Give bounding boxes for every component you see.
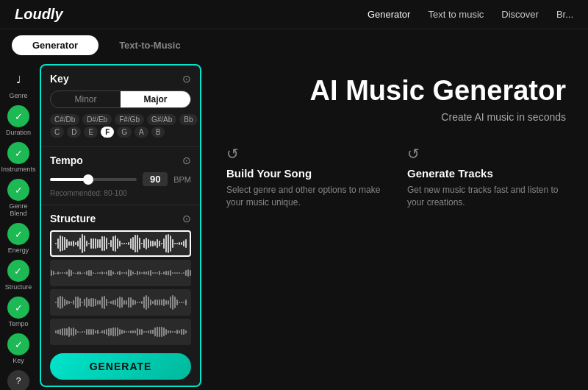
waveform-2: [50, 260, 191, 286]
structure-header: Structure ⊙: [50, 213, 191, 224]
nav-text-to-music[interactable]: Text to music: [428, 9, 484, 20]
key-major-btn[interactable]: Major: [121, 91, 190, 107]
sidebar-item-instruments[interactable]: ✓ Instruments: [1, 142, 35, 173]
sidebar-item-energy[interactable]: ✓ Energy: [7, 223, 29, 254]
key-check-icon: ✓: [7, 333, 29, 355]
key-note-f[interactable]: F: [101, 127, 114, 138]
energy-check-icon: ✓: [7, 223, 29, 245]
key-note-fsharp[interactable]: F#/Gb: [115, 114, 144, 125]
sidebar-item-genre-blend[interactable]: ✓ Genre Blend: [0, 179, 37, 217]
tempo-thumb[interactable]: [83, 174, 93, 185]
tab-generator[interactable]: Generator: [12, 35, 98, 55]
step-build: ↺ Build Your Song Select genre and other…: [226, 145, 385, 209]
step-build-icon: ↺: [226, 145, 385, 163]
key-note-a[interactable]: A: [135, 127, 148, 138]
structure-title: Structure: [50, 213, 96, 224]
nav-br[interactable]: Br...: [556, 9, 573, 20]
tempo-check-icon: ✓: [7, 297, 29, 319]
hero-subtitle: Create AI music in seconds: [226, 111, 566, 123]
sidebar-bottom: ?: [7, 370, 29, 390]
steps: ↺ Build Your Song Select genre and other…: [226, 145, 566, 209]
structure-pattern-4[interactable]: [50, 319, 191, 345]
sidebar: ♩ Genre ✓ Duration ✓ Instruments ✓ Genre…: [0, 61, 37, 390]
sidebar-label-genre: Genre: [9, 92, 27, 99]
key-note-e[interactable]: E: [84, 127, 98, 138]
step-generate: ↺ Generate Tracks Get new music tracks f…: [407, 145, 566, 209]
sidebar-label-tempo: Tempo: [8, 320, 28, 327]
key-note-c[interactable]: C: [50, 127, 64, 138]
structure-pattern-1[interactable]: [50, 230, 191, 257]
right-content: AI Music Generator Create AI music in se…: [204, 61, 588, 390]
key-note-b[interactable]: B: [151, 127, 165, 138]
step-generate-desc: Get new music tracks fast and listen to …: [407, 184, 566, 209]
step-build-desc: Select genre and other options to make y…: [226, 184, 385, 209]
sidebar-label-genre-blend: Genre Blend: [0, 202, 37, 217]
sidebar-label-energy: Energy: [8, 247, 29, 254]
key-info-icon[interactable]: ⊙: [182, 73, 191, 85]
tempo-value: 90: [143, 172, 168, 186]
sidebar-item-genre[interactable]: ♩ Genre: [7, 68, 29, 99]
step-generate-title: Generate Tracks: [407, 167, 566, 180]
generate-button[interactable]: GENERATE: [50, 353, 191, 380]
sidebar-label-key: Key: [12, 357, 24, 364]
step-generate-icon: ↺: [407, 145, 566, 163]
key-header: Key ⊙: [50, 73, 191, 85]
tempo-header: Tempo ⊙: [50, 155, 191, 166]
sidebar-label-structure: Structure: [5, 283, 32, 291]
nav-discover[interactable]: Discover: [501, 9, 539, 20]
key-section: Key ⊙ Minor Major C#/Db D#/Eb F#/Gb G#/A…: [41, 65, 200, 147]
main: ♩ Genre ✓ Duration ✓ Instruments ✓ Genre…: [0, 61, 588, 390]
tempo-info-icon[interactable]: ⊙: [182, 155, 191, 166]
waveform-1: [51, 232, 191, 255]
tempo-hint: Recommended: 80-100: [50, 189, 191, 197]
key-note-csharp[interactable]: C#/Db: [50, 114, 79, 125]
sidebar-item-duration[interactable]: ✓ Duration: [6, 105, 31, 136]
duration-check-icon: ✓: [7, 105, 29, 127]
key-notes-natural: C D E F G A B: [50, 127, 191, 138]
tempo-title: Tempo: [50, 155, 83, 166]
structure-check-icon: ✓: [7, 260, 29, 282]
tempo-unit: BPM: [173, 175, 191, 184]
key-note-g[interactable]: G: [117, 127, 132, 138]
structure-info-icon[interactable]: ⊙: [182, 213, 191, 224]
generate-btn-container: GENERATE: [41, 347, 200, 386]
sidebar-item-structure[interactable]: ✓ Structure: [5, 260, 32, 291]
key-minor-btn[interactable]: Minor: [51, 91, 121, 107]
key-title: Key: [50, 73, 69, 85]
help-icon[interactable]: ?: [7, 370, 29, 390]
genre-icon: ♩: [7, 68, 29, 91]
key-note-bb[interactable]: Bb: [179, 114, 197, 125]
genre-blend-check-icon: ✓: [7, 179, 29, 201]
waveform-4: [51, 319, 191, 345]
step-build-title: Build Your Song: [226, 167, 385, 180]
tab-text-to-music[interactable]: Text-to-Music: [98, 35, 201, 55]
key-note-gsharp[interactable]: G#/Ab: [147, 114, 176, 125]
hero-title: AI Music Generator: [226, 76, 566, 107]
sidebar-label-instruments: Instruments: [1, 166, 35, 173]
key-notes-sharps: C#/Db D#/Eb F#/Gb G#/Ab Bb: [50, 114, 191, 125]
tempo-control: 90 BPM: [50, 172, 191, 186]
sidebar-item-tempo[interactable]: ✓ Tempo: [7, 297, 29, 327]
structure-pattern-2[interactable]: [50, 260, 191, 286]
structure-bars: [50, 230, 191, 345]
sidebar-item-key[interactable]: ✓ Key: [7, 333, 29, 364]
sidebar-label-duration: Duration: [6, 129, 31, 136]
structure-pattern-3[interactable]: [50, 289, 191, 316]
panel: Key ⊙ Minor Major C#/Db D#/Eb F#/Gb G#/A…: [40, 64, 201, 387]
nav-generator[interactable]: Generator: [368, 9, 411, 20]
top-tabs: Generator Text-to-Music: [0, 29, 588, 61]
key-note-dsharp[interactable]: D#/Eb: [82, 114, 112, 125]
key-note-d[interactable]: D: [67, 127, 81, 138]
logo: Loudly: [15, 6, 63, 23]
nav-links: Generator Text to music Discover Br...: [368, 9, 573, 20]
structure-section: Structure ⊙: [41, 205, 200, 347]
instruments-check-icon: ✓: [7, 142, 29, 164]
tempo-slider[interactable]: [50, 178, 137, 181]
key-toggle: Minor Major: [50, 91, 191, 108]
header: Loudly Generator Text to music Discover …: [0, 0, 588, 29]
waveform-3: [51, 289, 191, 316]
tempo-section: Tempo ⊙ 90 BPM Recommended: 80-100: [41, 147, 200, 205]
